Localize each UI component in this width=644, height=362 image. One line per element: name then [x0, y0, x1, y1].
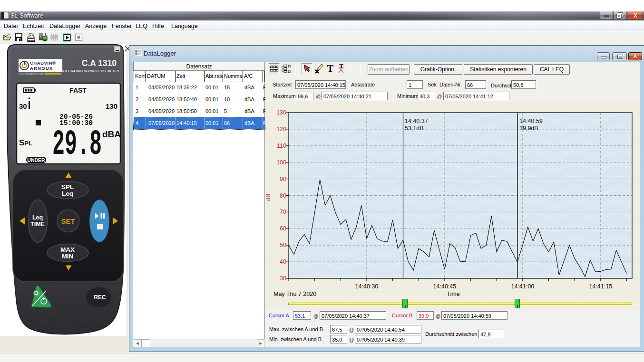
- svg-text:70: 70: [280, 209, 286, 215]
- svg-text:120: 120: [276, 126, 286, 133]
- svg-text:ARNOUX: ARNOUX: [30, 66, 53, 71]
- svg-text:Leq: Leq: [62, 190, 73, 197]
- svg-text:14:40:59: 14:40:59: [519, 118, 543, 124]
- svg-text:CHAUVIN®: CHAUVIN®: [30, 60, 56, 66]
- svg-text:C.A 1310: C.A 1310: [82, 58, 117, 68]
- svg-text:14:41:00: 14:41:00: [511, 283, 534, 290]
- svg-text:REC: REC: [94, 294, 106, 301]
- svg-text:Leq: Leq: [32, 214, 43, 221]
- svg-text:80: 80: [280, 192, 286, 199]
- svg-text:SET: SET: [61, 217, 75, 225]
- svg-text:60: 60: [280, 225, 286, 232]
- svg-text:40: 40: [280, 258, 286, 265]
- svg-text:14:40:30: 14:40:30: [355, 283, 379, 290]
- svg-text:30: 30: [280, 275, 286, 282]
- svg-text:53,1dB: 53,1dB: [405, 125, 424, 132]
- svg-text:14:41:15: 14:41:15: [589, 283, 612, 290]
- svg-text:MIN: MIN: [62, 253, 74, 260]
- svg-text:100: 100: [276, 159, 286, 166]
- svg-text:39,9dB: 39,9dB: [519, 125, 538, 132]
- svg-text:50: 50: [280, 242, 286, 248]
- svg-text:INTEGRATING SOUND LEVEL METER: INTEGRATING SOUND LEVEL METER: [61, 69, 119, 73]
- svg-text:130: 130: [106, 102, 117, 110]
- svg-text:29.8: 29.8: [52, 124, 102, 164]
- svg-text:FAST: FAST: [69, 86, 87, 94]
- svg-text:130: 130: [276, 109, 286, 116]
- svg-text:90: 90: [280, 176, 286, 182]
- svg-text:SPL: SPL: [19, 138, 32, 147]
- svg-text:14:40:37: 14:40:37: [405, 118, 428, 124]
- svg-text:dB: dB: [265, 193, 272, 200]
- svg-text:MAX: MAX: [60, 246, 75, 253]
- svg-text:dBA: dBA: [102, 129, 121, 139]
- svg-text:Time: Time: [447, 291, 459, 297]
- svg-text:UNDER: UNDER: [27, 157, 45, 163]
- svg-text:May Thu 7 2020: May Thu 7 2020: [273, 291, 316, 297]
- svg-text:CHAUVIN ARNOUX GROUP: CHAUVIN ARNOUX GROUP: [19, 73, 47, 76]
- svg-text:110: 110: [277, 143, 286, 149]
- svg-text:SPL: SPL: [61, 183, 74, 191]
- svg-text:30: 30: [19, 102, 27, 110]
- svg-text:14:40:45: 14:40:45: [433, 283, 457, 290]
- svg-text:TIME: TIME: [30, 221, 45, 228]
